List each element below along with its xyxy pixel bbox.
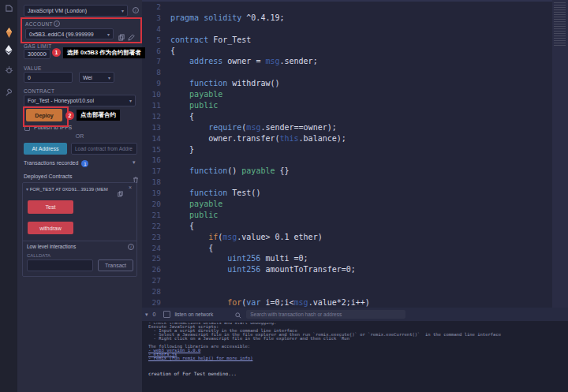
environment-select[interactable]: JavaScript VM (London) ▾ xyxy=(24,5,128,17)
deployed-contract-title[interactable]: ▾ FOR_TEST AT 0XD91...39139 (MEM xyxy=(26,186,114,192)
code-lines: 23pragma solidity ^0.4.19;45contract For… xyxy=(142,2,370,308)
line-number: 25 xyxy=(142,253,161,264)
code-text: function withdraw() xyxy=(161,78,280,89)
code-text: uint256 amountToTransfer=0; xyxy=(161,264,356,275)
copy-address-icon[interactable] xyxy=(118,186,123,200)
code-line: 22 { xyxy=(142,221,370,232)
solidity-compiler-icon[interactable] xyxy=(3,27,14,38)
terminal-expand-icon[interactable]: ▾ xyxy=(145,312,148,318)
code-text: { xyxy=(161,46,175,57)
code-editor[interactable]: 23pragma solidity ^0.4.19;45contract For… xyxy=(142,0,552,308)
code-line: 15 } xyxy=(142,144,370,155)
code-text xyxy=(161,24,170,35)
publish-ipfs-checkbox[interactable] xyxy=(24,125,30,131)
line-number: 19 xyxy=(142,188,161,199)
low-level-info-icon[interactable]: i xyxy=(128,244,134,250)
code-line: 27 xyxy=(142,275,370,286)
terminal-link[interactable]: - remix (run remix help() for more info) xyxy=(148,357,562,360)
line-number: 3 xyxy=(142,13,161,24)
line-number: 8 xyxy=(142,67,161,78)
line-number: 28 xyxy=(142,286,161,297)
sign-message-icon[interactable] xyxy=(128,30,135,44)
code-text: function Test() xyxy=(161,188,260,199)
annotation-badge-2: 2 xyxy=(65,111,74,120)
account-value: 0x5B3..eddC4 (99.999999 xyxy=(29,32,94,37)
account-info-icon[interactable]: i xyxy=(54,21,60,27)
code-text xyxy=(161,177,170,188)
code-text: require(msg.sender==owner); xyxy=(161,122,337,133)
code-text: public xyxy=(161,100,218,111)
code-line: 26 uint256 amountToTransfer=0; xyxy=(142,264,370,275)
code-line: 25 uint256 multi =0; xyxy=(142,253,370,264)
listen-network-label: listen on network xyxy=(174,312,213,317)
line-number: 20 xyxy=(142,199,161,210)
minimap-content xyxy=(554,2,566,46)
terminal-search-input[interactable] xyxy=(246,310,405,319)
low-level-label: Low level interactions xyxy=(27,244,76,249)
code-text: pragma solidity ^0.4.19; xyxy=(161,13,285,24)
listen-network-checkbox[interactable] xyxy=(163,311,170,318)
code-line: 7 address owner = msg.sender; xyxy=(142,56,370,67)
line-number: 12 xyxy=(142,111,161,122)
line-number: 29 xyxy=(142,297,161,308)
line-number: 9 xyxy=(142,78,161,89)
deployed-contract-title-text: FOR_TEST AT 0XD91...39139 (MEM xyxy=(30,187,108,192)
line-number: 5 xyxy=(142,35,161,46)
account-select[interactable]: 0x5B3..eddC4 (99.999999 ▾ xyxy=(25,28,114,39)
deploy-button[interactable]: Deploy xyxy=(26,109,62,121)
annotation-badge-1: 1 xyxy=(52,48,61,57)
plugin-icon[interactable] xyxy=(3,87,14,98)
code-line: 9 function withdraw() xyxy=(142,78,370,89)
code-text: uint256 multi =0; xyxy=(161,253,308,264)
code-text: payable xyxy=(161,89,222,100)
code-text: function() payable {} xyxy=(161,166,290,177)
contract-value: For_Test - Honeypot/10.sol xyxy=(28,98,94,103)
chevron-down-icon: ▾ xyxy=(108,75,110,80)
gas-limit-input[interactable] xyxy=(24,49,50,59)
transactions-recorded-text: Transactions recorded xyxy=(24,160,78,166)
code-line: 28 xyxy=(142,286,370,297)
workspace-icon[interactable] xyxy=(3,2,14,13)
code-line: 11 public xyxy=(142,100,370,111)
code-text: for(var i=0;i<msg.value*2;i++) xyxy=(161,297,370,308)
publish-ipfs-label: Publish to IPFS xyxy=(34,125,72,130)
line-number: 21 xyxy=(142,210,161,221)
contract-select[interactable]: For_Test - Honeypot/10.sol ▾ xyxy=(24,95,136,106)
line-number: 14 xyxy=(142,133,161,144)
environment-info-icon[interactable]: i xyxy=(133,7,139,13)
account-label: ACCOUNT xyxy=(25,21,53,27)
editor-minimap[interactable] xyxy=(552,0,568,308)
deploy-run-panel: JavaScript VM (London) ▾ i ACCOUNT i 0x5… xyxy=(17,0,142,392)
line-number: 22 xyxy=(142,221,161,232)
code-line: 4 xyxy=(142,24,370,35)
value-unit-select[interactable]: Wei ▾ xyxy=(79,72,114,83)
close-icon[interactable]: × xyxy=(129,185,132,190)
transactions-recorded-label[interactable]: Transactions recorded1 xyxy=(24,160,88,167)
code-line: 14 owner.transfer(this.balance); xyxy=(142,133,370,144)
code-line: 29 for(var i=0;i<msg.value*2;i++) xyxy=(142,297,370,308)
transactions-collapse-icon[interactable]: ▾ xyxy=(133,159,136,166)
test-function-button[interactable]: Test xyxy=(28,200,73,214)
line-number: 27 xyxy=(142,275,161,286)
code-line: 16 xyxy=(142,155,370,166)
code-line: 8 xyxy=(142,67,370,78)
line-number: 16 xyxy=(142,155,161,166)
card-divider xyxy=(23,241,136,241)
deploy-run-icon[interactable] xyxy=(3,44,14,55)
deployed-contracts-label: Deployed Contracts xyxy=(24,174,72,179)
calldata-label: CALLDATA xyxy=(27,253,50,258)
code-text: address owner = msg.sender; xyxy=(161,56,318,67)
code-line: 3pragma solidity ^0.4.19; xyxy=(142,13,370,24)
withdraw-function-button[interactable]: withdraw xyxy=(28,222,73,234)
line-number: 13 xyxy=(142,122,161,133)
debugger-icon[interactable] xyxy=(3,64,14,75)
code-text: if(msg.value> 0.1 ether) xyxy=(161,232,323,243)
calldata-input[interactable] xyxy=(27,259,93,271)
code-text: owner.transfer(this.balance); xyxy=(161,133,346,144)
copy-account-icon[interactable] xyxy=(118,30,125,44)
at-address-input[interactable] xyxy=(71,143,137,155)
at-address-button[interactable]: At Address xyxy=(24,143,67,155)
line-number: 18 xyxy=(142,177,161,188)
value-input[interactable] xyxy=(24,72,73,83)
transact-button[interactable]: Transact xyxy=(98,259,133,271)
